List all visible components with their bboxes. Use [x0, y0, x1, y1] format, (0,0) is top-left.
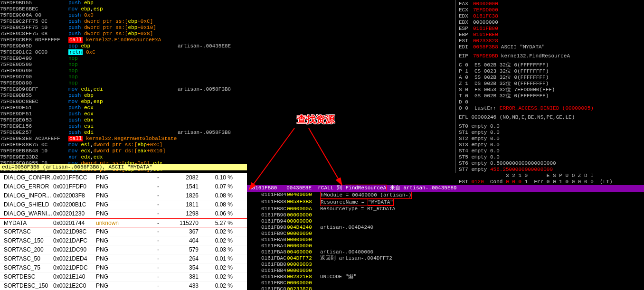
disasm-row[interactable]: 75FDE9E88B75 0Cmov esi,dword ptr ss:[ebp… [0, 142, 455, 148]
reg-EAX: EAX00000000 [459, 1, 641, 7]
disasm-row[interactable]: 75FDE9D98BFFmov edi,ediartisan-.0058F3B8 [0, 86, 455, 93]
stack-row[interactable]: 0161FB9C00000000 [247, 231, 644, 237]
stack-row[interactable]: 0161FB880058F3B8ResourceName = "MYDATA" [247, 199, 644, 206]
fpu-flags: 3 2 1 0 E S P U O Z D I [459, 173, 641, 179]
fpu-row: ST0 empty 0.0 [459, 123, 641, 130]
stack-row[interactable]: 0161FB8C0000000AResourceType = RT_RCDATA [247, 206, 644, 212]
reg-EBP: EBP0161FBE0 [459, 32, 641, 38]
stack-header: ▲0161FB80 00435E8E rCALL 到 FindResourceA… [247, 185, 644, 192]
reg-ESP: ESP0161FB80 [459, 26, 641, 32]
reg-ECX: ECX7EFDD000 [459, 7, 641, 13]
fpu-row: ST4 empty 0.0 [459, 148, 641, 154]
disasm-row[interactable]: 75FDE9BE8BECmov ebp,esp [0, 6, 455, 12]
registers-pane[interactable]: EAX00000000ECX7EFDD000EDX0161FC38EBX0000… [456, 0, 644, 173]
resource-row[interactable]: SORTDESC0x0021E140PNG-3810.02 % [0, 272, 247, 281]
flag-row: P 1 CS 0023 32位 0(FFFFFFFF) [459, 68, 641, 75]
disasm-row[interactable]: 75FDE9CBE8 0DFFFFFFcall kernel32.FindRes… [0, 37, 455, 43]
disasm-row[interactable]: 75FDE9DC8BECmov ebp,esp [0, 99, 455, 105]
reg-EIP: EIP75FDE9BDkerne132.FindResourceA [459, 53, 641, 59]
disasm-row[interactable]: 75FDE9E053push ebx [0, 117, 455, 123]
resource-row[interactable]: SORTASC_2000x0021DC90PNG-5790.03 % [0, 245, 247, 254]
disasm-row[interactable]: 75FDE9D590nop [0, 62, 455, 68]
resource-row[interactable]: DIALOG_ERROR0x001FFDF0PNG-15410.07 % [0, 182, 247, 191]
disasm-row[interactable]: 75FDE9E3E8 AC2AFEFFcall kernel32.RegKrnG… [0, 136, 455, 142]
stack-row[interactable]: 0161FBB400000000 [247, 268, 644, 274]
disasm-row[interactable]: 75FDE9D690nop [0, 68, 455, 74]
reg-ESI: ESI00233828 [459, 38, 641, 44]
disasm-row[interactable]: 75FDE9C2FF75 0Cpush dword ptr ss:[ebp+0x… [0, 19, 455, 25]
disasm-row[interactable]: 75FDE9C5FF75 10push dword ptr ss:[ebp+0x… [0, 25, 455, 31]
disasm-row[interactable]: 75FDE9D1C2 0C00retn 0xC [0, 49, 455, 56]
fpu-row: ST7 empty 456.2500000000000000 [459, 167, 641, 173]
fpu-row: ST3 empty 0.0 [459, 142, 641, 148]
flag-row: O 0 LastErr ERROR_ACCESS_DENIED (0000000… [459, 105, 641, 112]
stack-row[interactable]: 0161FBA400000000 [247, 243, 644, 249]
stack-row[interactable]: 0161FB9400000000 [247, 218, 644, 225]
stack-row[interactable]: 0161FBAC004DFF72返回到 artisan-.004DFF72 [247, 255, 644, 262]
disasm-row[interactable]: 75FDE9D890nop [0, 80, 455, 86]
fst: FST 0120 Cond 0 0 0 1 Err 0 0 1 0 0 0 0 … [459, 179, 641, 185]
disasm-row[interactable]: 75FDE9E156push esi [0, 123, 455, 130]
flag-row: A 0 SS 002B 32位 0(FFFFFFFF) [459, 75, 641, 81]
fpu-row: ST6 empty 0.5000000000000000000 [459, 160, 641, 167]
reg-EBX: EBX00000000 [459, 19, 641, 26]
flag-row: S 0 FS 0053 32位 7EFDD000(FFF) [459, 87, 641, 93]
disassembly-pane[interactable]: 75FDE9BD55push ebp75FDE9BE8BECmov ebp,es… [0, 0, 456, 173]
stack-pane[interactable]: ▲0161FB80 00435E8E rCALL 到 FindResourceA… [247, 185, 644, 290]
resource-row[interactable]: SORTASC_750x0021DFDCPNG-3540.02 % [0, 263, 247, 272]
reg-EDX: EDX0161FC38 [459, 13, 641, 19]
disasm-row[interactable]: 75FDE9D05Dpop ebpartisan-.00435E8E [0, 43, 455, 49]
fpu-row: ST2 empty 0.0 [459, 136, 641, 142]
disasm-row[interactable]: 75FDE9DB55push ebp [0, 93, 455, 99]
fpu-row: ST5 empty 0.0 [459, 154, 641, 160]
disasm-row[interactable]: 75FDE9DF51push ecx [0, 111, 455, 117]
resource-row[interactable]: DIALOG_INFOR...0x002003F8PNG-18260.08 % [0, 191, 247, 200]
resource-row[interactable]: SORTASC_1500x0021DAFCPNG-4040.02 % [0, 236, 247, 245]
stack-row[interactable]: 0161FBBC00000000 [247, 280, 644, 286]
flag-row: D 0 [459, 99, 641, 105]
resource-row[interactable]: DIALOG_SHIELD0x00200B1CPNG-18110.08 % [0, 200, 247, 209]
disasm-row[interactable]: 75FDE9D490nop [0, 56, 455, 62]
resource-row[interactable]: DIALOG_CONFIR...0x001FF5CCPNG-20820.10 % [0, 173, 247, 182]
resource-row[interactable]: SORTASC_500x0021DED4PNG-2640.01 % [0, 254, 247, 263]
reg-EDI: EDI0058F3B8ASCII "MYDATA" [459, 44, 641, 50]
disasm-row[interactable]: 75FDE9C8FF75 08push dword ptr ss:[ebp+0x… [0, 31, 455, 37]
flag-row: Z 1 DS 002B 32位 0(FFFFFFFF) [459, 81, 641, 87]
fpu-row: ST1 empty 0.0 [459, 130, 641, 136]
stack-row[interactable]: 0161FB9000000000 [247, 212, 644, 218]
resource-row[interactable]: MYDATA0x00201744unknown-1152705.27 % [0, 218, 247, 227]
resource-row[interactable]: DIALOG_WARNI...0x00201230PNG-12980.06 % [0, 209, 247, 218]
stack-row[interactable]: 0161FBB8002321E8UNICODE "爀" [247, 274, 644, 280]
disasm-row[interactable]: 75FDE9D790nop [0, 74, 455, 80]
stack-row[interactable]: 0161FBA800400000artisan-.00400000 [247, 249, 644, 255]
resource-row[interactable]: SORTASC0x0021D98CPNG-3670.02 % [0, 227, 247, 236]
resource-row[interactable]: SORTDESC_1500x0021E2C0PNG-4330.02 % [0, 281, 247, 290]
flag-row: T 0 GS 002B 32位 0(FFFFFFFF) [459, 93, 641, 99]
stack-row[interactable]: 0161FBA000000000 [247, 237, 644, 243]
stack-row[interactable]: 0161FBB000000003 [247, 262, 644, 268]
disasm-row[interactable]: 75FDE9E257push ediartisan-.0058F3B8 [0, 130, 455, 136]
disasm-row[interactable]: 75FDE9DE51push ecx [0, 105, 455, 111]
flag-row: C 0 ES 002B 32位 0(FFFFFFFF) [459, 62, 641, 68]
disasm-row[interactable]: 75FDE9EB8B48 10mov ecx,dword ptr ds:[eax… [0, 148, 455, 154]
disasm-row[interactable]: 75FDE9BD55push ebp [0, 0, 455, 6]
info-bar: edi=0058F3B8 (artisan-.0058F3B8), ASCII … [0, 164, 247, 170]
disasm-row[interactable]: 75FDE9C06A 00push 0x0 [0, 12, 455, 19]
disasm-row[interactable]: 75FDE9EE33D2xor edx,edx [0, 154, 455, 160]
stack-row[interactable]: 0161FBC000233828 [247, 286, 644, 290]
stack-row[interactable]: 0161FB98004D4240artisan-.004D4240 [247, 225, 644, 231]
resources-pane[interactable]: DIALOG_CONFIR...0x001FF5CCPNG-20820.10 %… [0, 173, 247, 290]
efl: EFL 00000246 (NO,NB,E,BE,NS,PE,GE,LE) [459, 114, 641, 121]
stack-row[interactable]: 0161FB8400400000hModule = 00400000 (arti… [247, 192, 644, 199]
